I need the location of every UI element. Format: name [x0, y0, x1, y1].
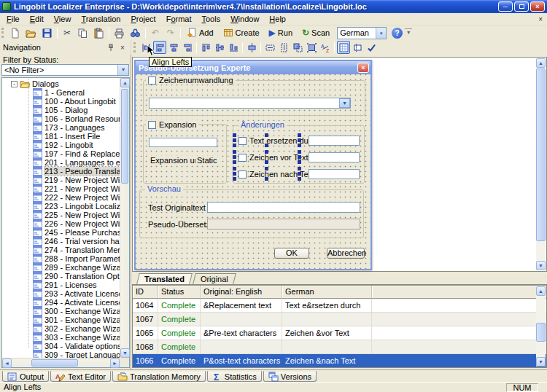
selection-handle[interactable]	[233, 172, 236, 176]
tree-item[interactable]: 289 - Exchange Wizard	[2, 263, 120, 272]
copy-button[interactable]	[75, 26, 90, 39]
tree-root-dialogs[interactable]: -Dialogs	[2, 79, 120, 88]
zeichen-nach-field[interactable]	[309, 169, 360, 179]
open-button[interactable]	[23, 26, 39, 39]
bottom-tab-output[interactable]: Output	[2, 371, 49, 382]
help-button[interactable]: ?	[392, 28, 403, 39]
tab-order-button[interactable]: AZ	[319, 41, 332, 54]
selection-handle[interactable]	[298, 133, 301, 137]
column-header[interactable]: Status	[158, 286, 201, 299]
edited-dialog-window[interactable]: Pseudo-Übersetzung Experte × Zeichenumwa…	[134, 60, 372, 270]
status-filter-combobox[interactable]: <No Filter> ▾	[1, 64, 129, 76]
column-header[interactable]: ID	[133, 286, 158, 299]
tree-vertical-scrollbar[interactable]: ▲ ▼	[120, 78, 129, 358]
tree-item[interactable]: 201 - Languages to export	[2, 158, 120, 167]
selection-handle[interactable]	[233, 167, 236, 170]
menu-edit[interactable]: Edit	[25, 14, 49, 24]
toolbar-overflow-chevron[interactable]: ▾	[405, 28, 412, 37]
toolbar-grip[interactable]	[1, 28, 5, 38]
expansion-field[interactable]	[149, 138, 217, 147]
table-row[interactable]: 1065Complete&Pre-text charactersZeichen …	[133, 326, 546, 340]
menu-view[interactable]: View	[49, 14, 77, 24]
tree-item[interactable]: 291 - Licenses	[2, 281, 120, 289]
checkbox-icon[interactable]	[238, 154, 247, 162]
menu-file[interactable]: File	[1, 14, 25, 24]
selection-handle[interactable]	[265, 133, 268, 137]
selection-handle[interactable]	[233, 155, 236, 159]
tree-item[interactable]: 219 - New Project Wizard	[2, 176, 120, 184]
canvas-vertical-scrollbar[interactable]: ▲ ▼	[536, 58, 546, 270]
chevron-down-icon[interactable]: ▾	[117, 65, 128, 75]
tree-item[interactable]: 192 - Lingobit	[2, 141, 120, 149]
mdi-close-icon[interactable]: ×	[538, 15, 543, 23]
bottom-tab-versions[interactable]: Versions	[263, 371, 317, 382]
maximize-button[interactable]	[514, 1, 529, 12]
scroll-thumb[interactable]	[536, 68, 546, 241]
bottom-tab-translation-memory[interactable]: Translation Memory	[112, 371, 206, 382]
selection-handle[interactable]	[265, 177, 268, 181]
new-button[interactable]	[7, 26, 23, 39]
tree-item[interactable]: 197 - Find & Replace	[2, 149, 120, 158]
tree-item[interactable]: 288 - Import Parameters	[2, 254, 120, 263]
toggle-guides-button[interactable]	[351, 41, 364, 54]
tree-item[interactable]: 293 - Activate License	[2, 289, 120, 298]
add-button[interactable]: Add	[183, 26, 218, 39]
selection-handle[interactable]	[265, 167, 268, 170]
tree-item[interactable]: 213 - Pseudo Translate Expe	[2, 167, 120, 176]
window-titlebar[interactable]: Lingobit Localizer Enterprise - D:\Work\…	[0, 0, 547, 13]
checkbox-icon[interactable]	[238, 137, 247, 145]
toggle-grid-button[interactable]	[337, 41, 350, 54]
tree-item[interactable]: 226 - New Project Wizard	[2, 219, 120, 228]
find-button[interactable]	[128, 26, 143, 39]
editor-canvas[interactable]: Pseudo-Übersetzung Experte × Zeichenumwa…	[132, 57, 547, 272]
run-button[interactable]: ▶Run	[265, 26, 297, 39]
menu-translation[interactable]: Translation	[76, 14, 125, 24]
selection-handle[interactable]	[298, 150, 301, 154]
table-row[interactable]: 1066CompleteP&ost-text charactersZeichen…	[133, 354, 546, 368]
align-rights-button[interactable]	[181, 41, 194, 54]
redo-button[interactable]: ↷	[163, 26, 178, 39]
cut-button[interactable]: ✂	[60, 26, 74, 39]
menu-format[interactable]: Format	[161, 14, 197, 24]
print-button[interactable]	[112, 26, 127, 39]
selection-handle[interactable]	[298, 144, 301, 147]
menu-window[interactable]: Window	[225, 14, 264, 24]
tree-item[interactable]: 106 - Borland Resources	[2, 114, 120, 123]
tree-item[interactable]: 100 - About Lingobit	[2, 97, 120, 106]
zeichen-vor-field[interactable]	[309, 152, 360, 162]
tree-item[interactable]: 301 - Exchange Wizard	[2, 315, 120, 324]
table-row[interactable]: 1064Complete&Replacement textText e&rset…	[133, 299, 546, 313]
table-row[interactable]: 1068Complete	[133, 340, 546, 354]
checkbox-icon[interactable]	[148, 77, 156, 85]
tree-item[interactable]: 1 - General	[2, 88, 120, 97]
minimize-button[interactable]: ─	[498, 1, 513, 12]
tree-item[interactable]: 173 - Languages	[2, 123, 120, 132]
selection-handle[interactable]	[233, 138, 236, 142]
scroll-up-icon[interactable]: ▲	[536, 286, 546, 296]
tree-item[interactable]: 221 - New Project Wizard	[2, 184, 120, 193]
tree-item[interactable]: 294 - Activate License	[2, 298, 120, 307]
tree-item[interactable]: 274 - Translation Memory Op	[2, 246, 120, 254]
zeichenumwandlung-checkbox[interactable]: Zeichenumwandlung	[146, 76, 236, 85]
tree-item[interactable]: 222 - New Project Wizard	[2, 193, 120, 202]
tree-horizontal-scrollbar[interactable]: ◄ ►	[2, 358, 120, 367]
test-originaltext-field[interactable]	[207, 202, 360, 213]
tree-item[interactable]: 304 - Validate options	[2, 342, 120, 350]
scroll-down-icon[interactable]: ▼	[536, 357, 546, 366]
conversion-combobox[interactable]: ▾	[149, 98, 351, 109]
selection-handle[interactable]	[298, 138, 301, 142]
pseudo-uebersetzung-field[interactable]	[207, 219, 360, 230]
scroll-left-icon[interactable]: ◄	[2, 358, 12, 368]
undo-button[interactable]: ↶	[148, 26, 163, 39]
selection-handle[interactable]	[265, 144, 268, 147]
bottom-tab-text-editor[interactable]: AText Editor	[50, 371, 111, 382]
center-in-dialog-button[interactable]	[245, 41, 258, 54]
menu-help[interactable]: Help	[264, 14, 291, 24]
column-header[interactable]: Original: English	[201, 286, 282, 299]
collapse-icon[interactable]: -	[11, 81, 18, 87]
edited-dialog-close-icon[interactable]: ×	[357, 63, 369, 73]
cancel-button[interactable]: Abbrechen	[327, 248, 365, 259]
close-panel-icon[interactable]: ×	[117, 44, 128, 52]
align-middles-button[interactable]	[213, 41, 226, 54]
chevron-down-icon[interactable]: ▾	[376, 28, 386, 39]
